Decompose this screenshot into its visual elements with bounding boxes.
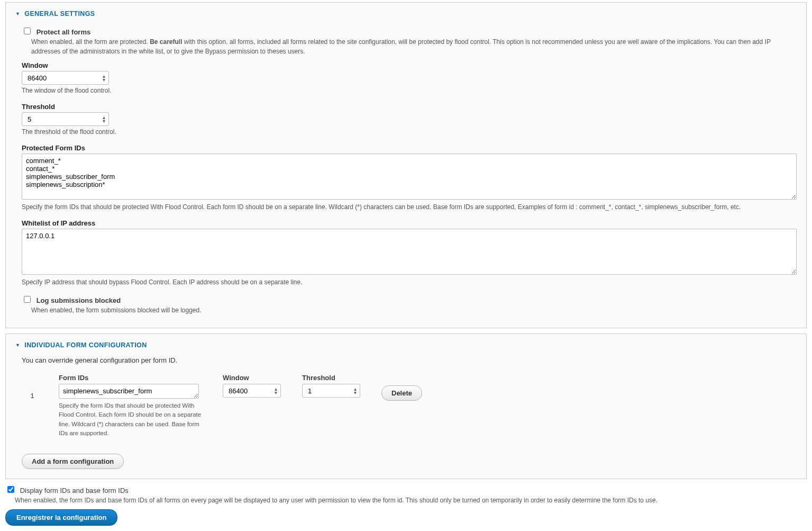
protect-all-forms-label: Protect all forms — [37, 28, 91, 36]
general-settings-title: GENERAL SETTINGS — [24, 10, 95, 17]
protect-all-forms-description: When enabled, all the form are protected… — [31, 37, 797, 56]
individual-form-config-panel: ▼ INDIVIDUAL FORM CONFIGURATION You can … — [5, 334, 807, 479]
log-submissions-item: Log submissions blocked When enabled, th… — [22, 294, 797, 315]
individual-intro: You can override general configuration p… — [22, 356, 797, 364]
row-window-input-wrapper[interactable]: ▴▾ — [223, 384, 281, 398]
delete-button[interactable]: Delete — [381, 385, 422, 401]
stepper-icon[interactable]: ▴▾ — [102, 74, 106, 82]
display-form-ids-item: Display form IDs and base form IDs When … — [5, 484, 807, 505]
display-form-ids-description: When enabled, the form IDs and base form… — [15, 496, 807, 505]
whitelist-description: Specify IP address that should bypass Fl… — [22, 277, 797, 287]
threshold-description: The threshold of the flood control. — [22, 127, 797, 137]
threshold-label: Threshold — [22, 103, 797, 111]
row-form-ids-description: Specify the form IDs that should be prot… — [59, 401, 207, 438]
protected-form-ids-description: Specify the form IDs that should be prot… — [22, 202, 797, 212]
stepper-icon[interactable]: ▴▾ — [102, 115, 106, 123]
col-form-ids: Form IDs simplenews_subscriber_form Spec… — [59, 374, 207, 438]
general-settings-panel: ▼ GENERAL SETTINGS Protect all forms Whe… — [5, 2, 807, 328]
row-form-ids-textarea[interactable]: simplenews_subscriber_form — [59, 384, 199, 399]
threshold-header: Threshold — [302, 374, 366, 382]
whitelist-label: Whitelist of IP address — [22, 219, 797, 227]
stepper-icon[interactable]: ▴▾ — [353, 387, 358, 394]
log-submissions-checkbox[interactable] — [24, 296, 31, 303]
threshold-input[interactable] — [26, 115, 102, 124]
protected-form-ids-textarea[interactable]: comment_* contact_* simplenews_subscribe… — [22, 154, 797, 200]
display-form-ids-label: Display form IDs and base form IDs — [20, 487, 129, 494]
disclosure-down-icon: ▼ — [15, 343, 20, 348]
table-row: 1 Form IDs simplenews_subscriber_form Sp… — [22, 374, 797, 438]
whitelist-item: Whitelist of IP address 127.0.0.1 Specif… — [22, 219, 797, 287]
row-threshold-input-wrapper[interactable]: ▴▾ — [302, 384, 360, 398]
col-delete: Delete — [381, 374, 422, 401]
disclosure-down-icon: ▼ — [15, 11, 20, 16]
row-index: 1 — [22, 374, 43, 400]
general-settings-header[interactable]: ▼ GENERAL SETTINGS — [6, 3, 806, 23]
col-threshold: Threshold ▴▾ — [302, 374, 366, 398]
display-form-ids-checkbox[interactable] — [7, 486, 14, 493]
protected-form-ids-item: Protected Form IDs comment_* contact_* s… — [22, 144, 797, 212]
window-description: The window of the flood control. — [22, 86, 797, 95]
footer-area: Display form IDs and base form IDs When … — [5, 484, 807, 526]
window-input[interactable] — [26, 74, 102, 83]
threshold-item: Threshold ▴▾ The threshold of the flood … — [22, 103, 797, 137]
individual-form-config-body: You can override general configuration p… — [6, 356, 806, 479]
protected-form-ids-label: Protected Form IDs — [22, 144, 797, 152]
window-input-wrapper[interactable]: ▴▾ — [22, 71, 109, 85]
threshold-input-wrapper[interactable]: ▴▾ — [22, 112, 109, 126]
row-window-input[interactable] — [227, 386, 273, 395]
window-header: Window — [223, 374, 286, 382]
log-submissions-label: Log submissions blocked — [37, 296, 121, 304]
individual-form-config-header[interactable]: ▼ INDIVIDUAL FORM CONFIGURATION — [6, 334, 806, 354]
row-threshold-input[interactable] — [307, 386, 353, 395]
general-settings-body: Protect all forms When enabled, all the … — [6, 26, 806, 328]
save-configuration-button[interactable]: Enregistrer la configuration — [5, 509, 117, 526]
whitelist-textarea[interactable]: 127.0.0.1 — [22, 229, 797, 275]
stepper-icon[interactable]: ▴▾ — [273, 387, 278, 394]
window-item: Window ▴▾ The window of the flood contro… — [22, 61, 797, 95]
form-ids-header: Form IDs — [59, 374, 207, 382]
add-form-configuration-button[interactable]: Add a form configuration — [22, 454, 124, 469]
protect-all-forms-item: Protect all forms When enabled, all the … — [22, 26, 797, 56]
protect-all-forms-checkbox[interactable] — [24, 28, 31, 34]
col-window: Window ▴▾ — [223, 374, 286, 398]
individual-form-config-title: INDIVIDUAL FORM CONFIGURATION — [24, 341, 147, 349]
log-submissions-description: When enabled, the form submissions block… — [31, 305, 797, 315]
window-label: Window — [22, 61, 797, 69]
